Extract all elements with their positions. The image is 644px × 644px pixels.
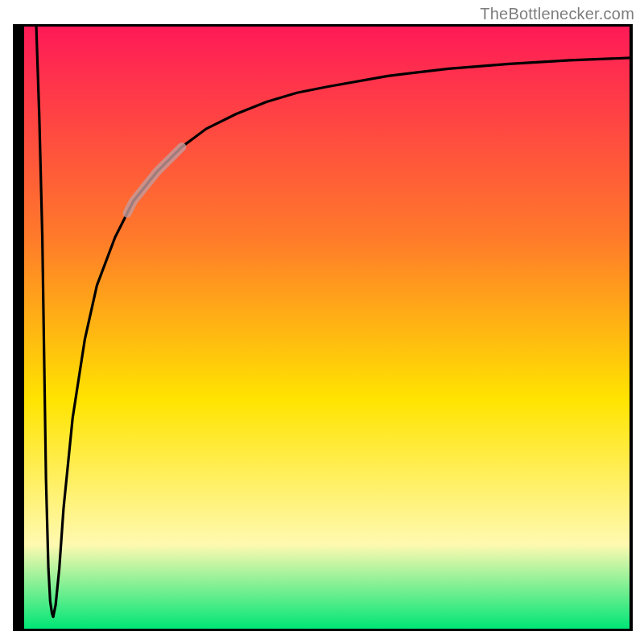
chart-svg: [13, 24, 633, 631]
plot-frame: [13, 24, 633, 631]
gradient-background: [24, 27, 630, 629]
chart-stage: TheBottlenecker.com: [0, 0, 644, 644]
attribution-text: TheBottlenecker.com: [480, 5, 634, 23]
